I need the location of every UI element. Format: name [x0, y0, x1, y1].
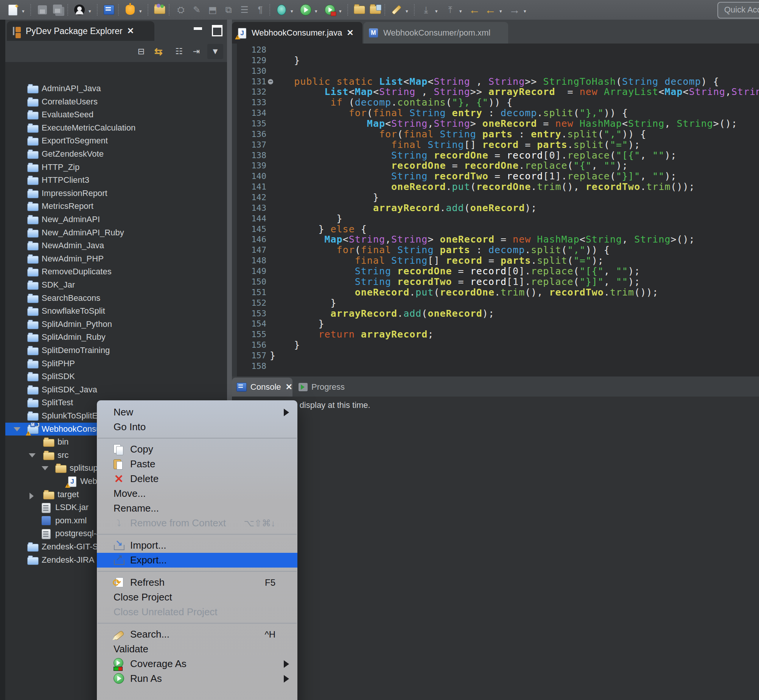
chevron-down-icon[interactable]: ▾ [435, 8, 438, 14]
code-text: for(final String parts : decomp.split(",… [270, 245, 610, 255]
expander-down-icon[interactable] [14, 427, 20, 431]
open-task-icon[interactable] [369, 3, 382, 16]
close-icon[interactable]: ✕ [347, 28, 353, 38]
tab-webhookconsumer-java[interactable]: J WebhookConsumer.java ✕ [232, 22, 362, 44]
tab-webhookconsumer-pom-xml[interactable]: M WebhookConsumer/pom.xml [364, 22, 508, 44]
editor-tab-label: WebhookConsumer/pom.xml [383, 28, 490, 38]
debug-icon[interactable] [275, 3, 288, 16]
tree-item-new-adminapi[interactable]: New_AdminAPI [5, 213, 227, 226]
highlight-icon[interactable] [390, 3, 403, 16]
menu-item-run-as[interactable]: Run As [97, 671, 297, 686]
chevron-down-icon[interactable]: ▾ [139, 8, 142, 14]
expander-down-icon[interactable] [29, 453, 36, 458]
maximize-button[interactable] [212, 25, 225, 35]
tree-item-splitsdk[interactable]: SplitSDK [5, 370, 227, 383]
tree-item-metricsreport[interactable]: MetricsReport [5, 200, 227, 212]
expander-down-icon[interactable] [42, 466, 48, 470]
chevron-down-icon[interactable]: ▾ [315, 8, 317, 14]
menu-item-export[interactable]: Export... [97, 553, 297, 567]
tree-item-getzendeskvote[interactable]: GetZendeskVote [5, 148, 227, 161]
code-text: String recordTwo = record[1].replace("}]… [270, 277, 640, 287]
tree-item-label: Zendesk-GIT-Sy [42, 542, 102, 552]
chevron-down-icon[interactable]: ▾ [524, 8, 526, 14]
tree-item-snowflaketosplit[interactable]: SnowflakeToSplit [5, 305, 227, 317]
tree-item-splitphp[interactable]: SplitPHP [5, 357, 227, 370]
tree-item-sdk-jar[interactable]: SDK_Jar [5, 278, 227, 291]
back-icon[interactable]: ← [484, 3, 497, 16]
menu-item-import[interactable]: Import... [97, 538, 297, 553]
remote-console-icon[interactable] [102, 3, 116, 16]
focus-icon[interactable]: ⇥ [189, 44, 204, 59]
tree-item-splitadmin-ruby[interactable]: SplitAdmin_Ruby [5, 331, 227, 344]
menu-item-close-project[interactable]: Close Project [97, 590, 297, 605]
close-icon[interactable]: ✕ [127, 26, 134, 36]
tree-item-removeduplicates[interactable]: RemoveDuplicates [5, 265, 227, 278]
tree-item-label: SnowflakeToSplit [42, 306, 105, 316]
menu-item-label: Export... [130, 554, 167, 566]
expander-right-icon[interactable] [30, 493, 34, 500]
open-resource-icon[interactable] [353, 3, 366, 16]
toolbar-separator [30, 4, 31, 16]
tree-item-correlateusers[interactable]: CorrelateUsers [5, 95, 227, 108]
tab-console[interactable]: Console ✕ [232, 378, 292, 397]
user-profile-icon[interactable] [73, 3, 86, 16]
menu-item-move[interactable]: Move... [97, 486, 297, 501]
tab-pydev-package-explorer[interactable]: PyDev Package Explorer ✕ [7, 21, 155, 41]
tree-item-newadmin-php[interactable]: NewAdmin_PHP [5, 252, 227, 265]
menu-item-refresh[interactable]: RefreshF5 [97, 575, 297, 590]
code-text: } [270, 55, 300, 66]
menu-item-new[interactable]: New [97, 405, 297, 420]
menu-item-delete[interactable]: ✕Delete [97, 472, 297, 486]
collapse-all-icon[interactable]: ⊟ [133, 44, 149, 59]
filters-icon[interactable]: ☷ [171, 44, 187, 59]
tree-item-label: New_AdminAPI [42, 214, 100, 224]
code-line-148: 148 final String[] record = parts.split(… [232, 255, 759, 266]
back-history-icon[interactable]: ← [468, 3, 481, 16]
code-text: String recordOne = record[0].replace("[{… [270, 266, 640, 277]
tree-item-label: EvaluateSeed [42, 110, 94, 120]
view-menu-icon[interactable]: ▼ [207, 44, 223, 59]
menu-item-copy[interactable]: Copy [97, 442, 297, 457]
tree-item-searchbeacons[interactable]: SearchBeacons [5, 292, 227, 305]
line-number: 136 [237, 129, 266, 140]
tree-item-splitdemotraining[interactable]: SplitDemoTraining [5, 344, 227, 357]
open-type-icon[interactable] [153, 3, 167, 16]
tree-item-splitsdk-java[interactable]: SplitSDK_Java [5, 383, 227, 396]
link-with-editor-icon[interactable]: ⇆ [151, 44, 167, 59]
menu-item-rename[interactable]: Rename... [97, 501, 297, 516]
tree-item-evaluateseed[interactable]: EvaluateSeed [5, 108, 227, 121]
tree-item-exporttosegment[interactable]: ExportToSegment [5, 134, 227, 147]
tree-item-impressionreport[interactable]: ImpressionReport [5, 187, 227, 200]
profile-icon[interactable] [323, 3, 337, 16]
chevron-down-icon[interactable]: ▾ [290, 8, 293, 14]
minimize-button[interactable] [194, 25, 206, 35]
tree-item-httpclient3[interactable]: HTTPClient3 [5, 174, 227, 186]
chevron-down-icon[interactable]: ▾ [459, 8, 462, 14]
jar-icon [41, 502, 52, 513]
tree-item-adminapi-java[interactable]: AdminAPI_Java [5, 82, 227, 95]
chevron-down-icon[interactable]: ▾ [89, 8, 91, 14]
close-icon[interactable]: ✕ [286, 382, 292, 392]
chevron-down-icon[interactable]: ▾ [22, 8, 25, 14]
menu-item-validate[interactable]: Validate [97, 642, 297, 656]
chevron-down-icon[interactable]: ▾ [339, 8, 342, 14]
menu-item-label: Validate [114, 643, 148, 655]
menu-item-go-into[interactable]: Go Into [97, 420, 297, 434]
chevron-down-icon[interactable]: ▾ [500, 8, 502, 14]
tree-item-http-zip[interactable]: HTTP_Zip [5, 161, 227, 174]
toolbar-separator [97, 4, 98, 16]
chevron-down-icon[interactable]: ▾ [406, 8, 408, 14]
tree-item-splitadmin-python[interactable]: SplitAdmin_Python [5, 318, 227, 331]
quick-access-input[interactable]: Quick Acc [717, 2, 759, 19]
menu-item-coverage-as[interactable]: Coverage As [97, 656, 297, 671]
menu-item-search[interactable]: Search...^H [97, 627, 297, 642]
code-editor[interactable]: 128129 }130131− public static List<Map<S… [232, 44, 759, 377]
new-wizard-icon[interactable]: ✦ [6, 3, 20, 16]
tree-item-newadmin-java[interactable]: NewAdmin_Java [5, 239, 227, 252]
menu-item-paste[interactable]: Paste [97, 457, 297, 472]
bug-report-icon[interactable] [123, 3, 137, 16]
tree-item-new-adminapi-ruby[interactable]: New_AdminAPI_Ruby [5, 226, 227, 239]
tree-item-executemetriccalculation[interactable]: ExecuteMetricCalculation [5, 122, 227, 134]
run-icon[interactable] [299, 3, 312, 16]
tab-progress[interactable]: Progress [296, 378, 368, 397]
